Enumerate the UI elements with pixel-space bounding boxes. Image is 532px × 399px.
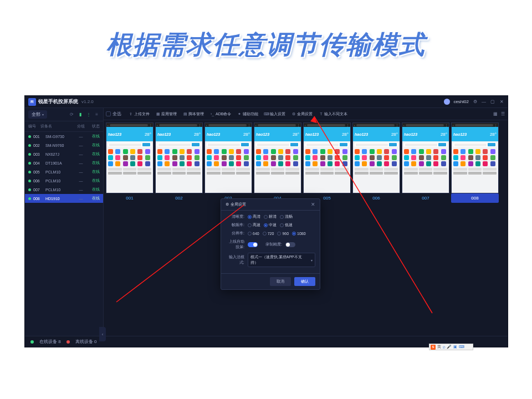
list-view-icon[interactable]: ☰ xyxy=(500,111,505,117)
phone-thumbnail[interactable]: ‹⋮hao12328°005 xyxy=(303,122,351,203)
app-icon xyxy=(342,149,347,154)
app-icon xyxy=(475,155,480,160)
device-name: NX627J xyxy=(45,152,75,156)
radio-label: 1080 xyxy=(297,232,306,236)
toolbar-label: 输入不同文本 xyxy=(324,111,347,117)
device-row[interactable]: 005PCLM10—在线 xyxy=(25,167,103,176)
phone-search xyxy=(256,142,299,147)
toolbar-ADB命令[interactable]: ›_ADB命令 xyxy=(207,110,234,119)
hao123-logo: hao123 xyxy=(404,132,417,136)
app-icon xyxy=(207,161,212,166)
radio-label: 高清 xyxy=(253,214,260,219)
wifi-icon[interactable]: ⋮ xyxy=(85,111,91,117)
toolbar-应用管理[interactable]: ▦应用管理 xyxy=(153,110,180,119)
ime-skin-icon[interactable]: ▣ xyxy=(453,345,457,349)
phone-header: hao12328° xyxy=(106,127,153,141)
app-icon xyxy=(328,155,332,160)
phone-news xyxy=(452,167,498,171)
radio-label: 高速 xyxy=(253,222,260,228)
more-icon[interactable]: ≡ xyxy=(94,111,100,117)
device-list: 001SM-G9730—在线002SM-N9760—在线003NX627J—在线… xyxy=(25,132,103,336)
toolbar-输入设置[interactable]: ⌨输入设置 xyxy=(262,110,288,119)
phone-label: 007 xyxy=(402,193,449,203)
radio-低速[interactable]: 低速 xyxy=(280,222,293,228)
phone-screen: ‹⋮hao12328° xyxy=(155,122,203,193)
resolution-label: 分辨率: xyxy=(226,231,244,236)
toolbar-辅助功能[interactable]: ✦辅助功能 xyxy=(234,110,261,119)
modal-close-button[interactable]: ✕ xyxy=(311,202,315,207)
user-name[interactable]: ceshi02 xyxy=(453,99,469,104)
app-icon xyxy=(263,149,268,154)
cancel-button[interactable]: 取消 xyxy=(270,277,291,286)
offline-label: 离线设备 0 xyxy=(75,339,97,345)
radio-流畅[interactable]: 流畅 xyxy=(280,214,293,219)
device-name: DT1901A xyxy=(45,161,75,165)
device-row[interactable]: 002SM-N9760—在线 xyxy=(25,141,103,150)
toolbar-脚本管理[interactable]: ▤脚本管理 xyxy=(180,110,207,119)
phone-addressbar: ‹⋮ xyxy=(402,123,449,127)
device-row[interactable]: 004DT1901A—在线 xyxy=(25,158,103,167)
device-row[interactable]: 006PCLM10—在线 xyxy=(25,176,103,185)
minimize-icon[interactable]: — xyxy=(481,99,487,105)
status-dot-icon xyxy=(28,188,31,191)
settings-icon[interactable]: ⚙ xyxy=(472,99,478,105)
app-icon xyxy=(362,155,367,160)
phone-thumbnail[interactable]: ‹⋮hao12328°003 xyxy=(204,122,252,203)
sidebar-collapse-button[interactable]: ‹ xyxy=(99,327,106,341)
device-row[interactable]: 003NX627J—在线 xyxy=(25,150,103,158)
device-id: 004 xyxy=(33,161,45,165)
maximize-icon[interactable]: ▢ xyxy=(490,99,495,105)
ime-mode-select[interactable]: 模式一（速度快,某些APP不支持） ▾ xyxy=(248,253,315,267)
fps-label: 帧频率: xyxy=(226,222,244,228)
device-id: 007 xyxy=(33,188,45,192)
device-row[interactable]: 001SM-G9730—在线 xyxy=(25,132,103,141)
device-group: — xyxy=(75,179,86,183)
weather-widget: 28° xyxy=(490,132,497,136)
phone-icon-grid xyxy=(402,148,449,167)
record-precision-toggle[interactable] xyxy=(285,242,295,247)
phone-thumbnail[interactable]: ‹⋮hao12328°002 xyxy=(155,122,203,203)
refresh-icon[interactable]: ⟳ xyxy=(69,111,75,117)
device-row[interactable]: 008HD1910—在线 xyxy=(25,194,103,203)
device-group: — xyxy=(75,161,86,165)
grid-view-icon[interactable]: ▦ xyxy=(493,111,498,117)
app-name: 锐星手机投屏系统 xyxy=(38,98,78,105)
avatar[interactable] xyxy=(444,99,450,105)
radio-640[interactable]: 640 xyxy=(248,232,259,236)
app-icon xyxy=(342,155,347,160)
phone-thumbnail[interactable]: ‹⋮hao12328°004 xyxy=(254,122,301,203)
select-all-checkbox[interactable]: 全选 xyxy=(106,111,121,117)
phone-screen: ‹⋮hao12328° xyxy=(106,122,154,193)
radio-标清[interactable]: 标清 xyxy=(264,214,277,219)
phone-icon-grid xyxy=(452,148,498,167)
phone-thumbnail[interactable]: ‹⋮hao12328°008 xyxy=(451,122,499,203)
radio-高速[interactable]: 高速 xyxy=(248,222,260,228)
status-dot-icon xyxy=(28,180,31,182)
radio-720[interactable]: 720 xyxy=(263,232,274,236)
group-filter-dropdown[interactable]: 全部 ▾ xyxy=(28,110,47,119)
app-icon xyxy=(475,149,480,154)
radio-高清[interactable]: 高清 xyxy=(248,214,260,219)
radio-1080[interactable]: 1080 xyxy=(292,232,306,236)
phone-thumbnail[interactable]: ‹⋮hao12328°007 xyxy=(402,122,449,203)
ime-keyboard-icon[interactable]: ⌨ xyxy=(459,345,464,349)
ime-mic-icon[interactable]: 🎤 xyxy=(447,345,452,349)
close-icon[interactable]: ✕ xyxy=(499,99,504,105)
ime-tool-icon[interactable]: ⎚ xyxy=(443,345,445,349)
radio-960[interactable]: 960 xyxy=(277,232,289,236)
ime-floating-bar[interactable]: S 英 ⎚ 🎤 ▣ ⌨ xyxy=(429,344,473,350)
phone-news xyxy=(156,167,202,171)
radio-dot-icon xyxy=(292,232,296,236)
toolbar-全局设置[interactable]: ⚙全局设置 xyxy=(289,110,315,119)
radio-中速[interactable]: 中速 xyxy=(264,222,277,228)
toolbar-label: 输入设置 xyxy=(270,111,285,117)
phone-thumbnail[interactable]: ‹⋮hao12328°001 xyxy=(106,122,154,203)
phone-addressbar: ‹⋮ xyxy=(205,123,252,127)
phone-thumbnail[interactable]: ‹⋮hao12328°006 xyxy=(352,122,400,203)
toolbar-输入不同文本[interactable]: T输入不同文本 xyxy=(316,110,350,119)
device-row[interactable]: 007PCLM10—在线 xyxy=(25,185,103,194)
auto-cast-toggle[interactable] xyxy=(248,242,258,247)
toolbar-上传文件[interactable]: ⇪上传文件 xyxy=(126,110,152,119)
usb-icon[interactable]: ▮ xyxy=(77,111,83,117)
ok-button[interactable]: 确认 xyxy=(294,277,315,286)
